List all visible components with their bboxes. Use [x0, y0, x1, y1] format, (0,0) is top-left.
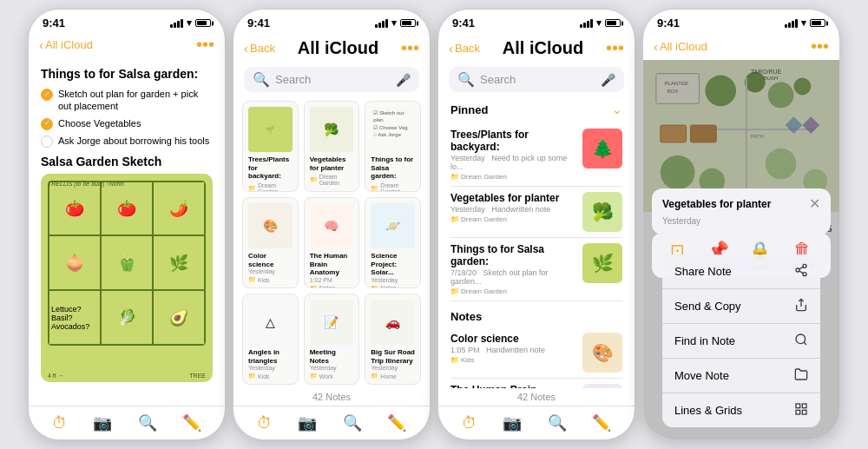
pinned-section: Pinned ⌄: [438, 97, 635, 123]
toolbar-search-icon[interactable]: 🔍: [138, 413, 157, 432]
pinned-item-1[interactable]: Trees/Plants for backyard: Yesterday Nee…: [450, 123, 622, 187]
chevron-down-icon[interactable]: ⌄: [612, 102, 622, 116]
note-date-5: 1:02 PM: [310, 277, 354, 283]
toolbar-camera-icon[interactable]: 📷: [93, 413, 112, 432]
todo-item-1: ✓ Sketch out plan for garden + pick out …: [41, 88, 213, 113]
search-icon-2: 🔍: [253, 71, 270, 88]
folder-name-5: Notes: [319, 285, 335, 288]
folder-name-3: Dream Garden: [380, 182, 415, 192]
toolbar-search-icon-2[interactable]: 🔍: [343, 413, 362, 432]
screen3-title: All iCloud: [503, 38, 583, 58]
wifi-icon-4: ▾: [801, 17, 806, 29]
signal-icon-2: [375, 19, 388, 28]
svg-line-27: [799, 267, 804, 269]
svg-point-29: [796, 334, 806, 344]
toolbar-camera-icon-2[interactable]: 📷: [298, 413, 317, 432]
nav-bar-1: ‹ All iCloud •••: [29, 33, 225, 60]
toolbar-search-icon-3[interactable]: 🔍: [548, 413, 567, 432]
toolbar-camera-icon-3[interactable]: 📷: [503, 413, 522, 432]
search-bar-3[interactable]: 🔍 Search 🎤: [449, 67, 624, 92]
note-folder-4: 📁 Kids: [248, 276, 293, 283]
lines-grids-item[interactable]: Lines & Grids: [662, 393, 820, 427]
toolbar-edit-icon-3[interactable]: ✏️: [592, 413, 611, 432]
pinned-title: Pinned: [450, 103, 488, 116]
preview-title: Vegetables for planter: [662, 198, 771, 210]
note-card-8[interactable]: 📝 Meeting Notes Yesterday 📁 Work: [304, 294, 360, 385]
note-title-3: Things to for Salsa garden:: [371, 155, 415, 181]
nav-bar-3: ‹ Back All iCloud •••: [438, 33, 635, 63]
bottom-toolbar-1: ⏱ 📷 🔍 ✏️: [29, 406, 225, 439]
note-date-4: Yesterday: [248, 268, 293, 274]
more-button-2[interactable]: •••: [401, 38, 419, 58]
pinned-info-1: Trees/Plants for backyard: Yesterday Nee…: [450, 129, 575, 181]
back-button-1[interactable]: ‹ All iCloud: [39, 37, 93, 52]
find-in-note-item[interactable]: Find in Note: [662, 324, 820, 359]
lines-grids-icon: [794, 402, 808, 419]
pinned-meta-3: 7/18/20 Sketch out plan for garden...: [450, 268, 575, 286]
move-note-item[interactable]: Move Note: [662, 359, 820, 393]
todo-text-1: Sketch out plan for garden + pick out pl…: [58, 88, 213, 113]
svg-rect-32: [802, 404, 806, 408]
note-list-folder-1: 📁 Kids: [450, 356, 575, 364]
folder-icon-p1: 📁: [450, 173, 459, 181]
toolbar-clock-icon-3[interactable]: ⏱: [462, 414, 477, 432]
folder-icon-8: 📁: [310, 373, 318, 380]
checkbox-1[interactable]: ✓: [41, 89, 53, 101]
note-card-1[interactable]: 🌱 Trees/Plants for backyard: 📁 Dream Gar…: [242, 101, 299, 192]
folder-name-4: Kids: [258, 277, 270, 283]
note-card-9[interactable]: 🚗 Big Sur Road Trip Itinerary Yesterday …: [365, 294, 421, 385]
notes-count-3: 42 Notes: [438, 388, 635, 406]
more-button-4[interactable]: •••: [811, 36, 829, 56]
folder-name-n1: Kids: [461, 356, 475, 364]
folder-name-2: Dream Garden: [319, 174, 354, 186]
note-title-1: Trees/Plants for backyard:: [248, 155, 293, 181]
width-label: 4 ft →: [48, 373, 64, 379]
search-bar-2[interactable]: 🔍 Search 🎤: [244, 67, 419, 92]
checkbox-3[interactable]: [41, 135, 53, 148]
note-card-5[interactable]: 🧠 The Human Brain Anatomy 1:02 PM 📁 Note…: [304, 197, 360, 288]
status-bar-4: 9:41 ▾: [643, 10, 839, 33]
pinned-item-3[interactable]: Things to for Salsa garden: 7/18/20 Sket…: [450, 238, 622, 301]
wifi-icon-2: ▾: [391, 17, 397, 29]
folder-icon-4: 📁: [248, 276, 256, 283]
send-copy-item[interactable]: Send & Copy: [662, 289, 820, 324]
mic-icon-3[interactable]: 🎤: [601, 73, 615, 87]
folder-name-7: Kids: [258, 373, 270, 380]
move-note-label: Move Note: [674, 369, 729, 382]
note-item-2[interactable]: The Human Brain Anatomy 1:02 PM 📁 Notes …: [450, 379, 622, 388]
more-button-1[interactable]: •••: [196, 35, 214, 55]
note-card-6[interactable]: 🪐 Science Project: Solar... Yesterday 📁 …: [365, 197, 421, 288]
toolbar-clock-icon[interactable]: ⏱: [52, 414, 68, 432]
back-button-4[interactable]: ‹ All iCloud: [654, 39, 707, 54]
mic-icon-2[interactable]: 🎤: [396, 73, 411, 87]
note-card-2[interactable]: 🥦 Vegetables for planter 📁 Dream Garden: [304, 101, 360, 192]
find-in-note-label: Find in Note: [674, 334, 735, 347]
close-icon[interactable]: ✕: [809, 195, 820, 212]
toolbar-clock-icon-2[interactable]: ⏱: [257, 414, 273, 432]
sketch-labels: 4 ft → TREE: [48, 373, 206, 379]
toolbar-edit-icon-2[interactable]: ✏️: [387, 413, 406, 432]
note-date-8: Yesterday: [310, 365, 354, 371]
pinned-folder-3: 📁 Dream Garden: [450, 287, 575, 295]
checkbox-2[interactable]: ✓: [41, 118, 53, 130]
pinned-thumb-1: 🌲: [582, 129, 622, 168]
note-item-1[interactable]: Color science 1:05 PM Handwritten note 📁…: [450, 327, 622, 379]
pinned-item-2[interactable]: Vegetables for planter Yesterday Handwri…: [450, 187, 622, 238]
status-icons-3: ▾: [580, 17, 621, 29]
status-bar-3: 9:41 ▾: [438, 10, 635, 33]
more-button-3[interactable]: •••: [606, 38, 624, 58]
note-list-meta-1: 1:05 PM Handwritten note: [450, 346, 575, 354]
todo-text-3: Ask Jorge about borrowing his tools: [58, 135, 209, 147]
note-thumb-1: 🌱: [248, 107, 293, 152]
note-card-3[interactable]: ☑ Sketch out plan ☑ Choose Veg ○ Ask Jor…: [365, 101, 421, 192]
note-title-7: Angles in triangles: [248, 348, 293, 365]
back-button-2[interactable]: ‹ Back: [244, 41, 275, 56]
share-note-item[interactable]: Share Note: [662, 254, 820, 289]
back-button-3[interactable]: ‹ Back: [449, 41, 480, 56]
battery-icon-2: [400, 19, 416, 27]
note-thumb-9: 🚗: [371, 300, 415, 345]
note-card-7[interactable]: △ Angles in triangles Yesterday 📁 Kids: [242, 294, 299, 385]
note-card-4[interactable]: 🎨 Color science Yesterday 📁 Kids: [242, 197, 299, 288]
toolbar-edit-icon[interactable]: ✏️: [182, 413, 201, 432]
screen3-list-view: 9:41 ▾ ‹ Back All iCloud ••• 🔍 S: [437, 9, 635, 440]
